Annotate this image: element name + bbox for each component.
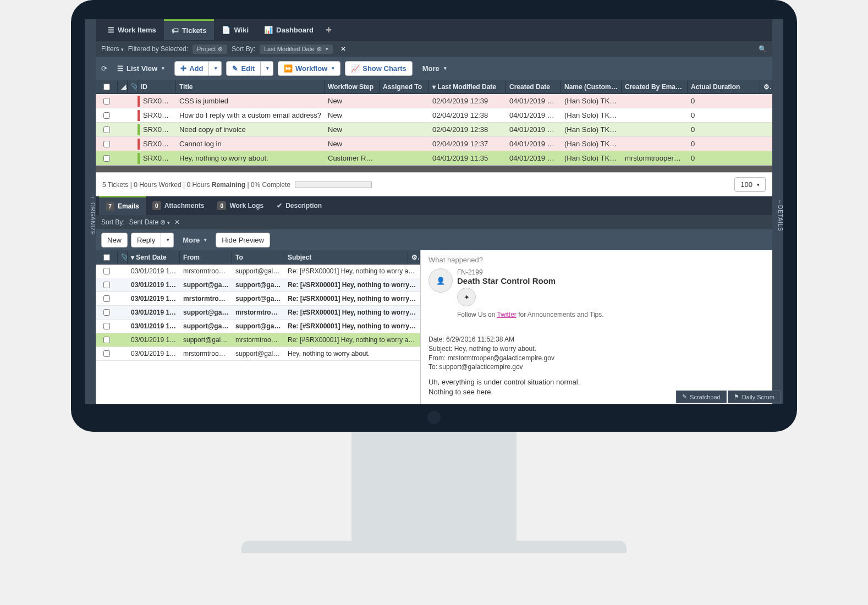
tab-attachments[interactable]: 0 Attachments xyxy=(146,197,211,215)
refresh-button[interactable]: ⟳ xyxy=(101,64,107,73)
add-button[interactable]: ✚ Add xyxy=(174,61,209,76)
email-row[interactable]: 03/01/2019 1…mrstormtroop…support@gala…H… xyxy=(96,347,420,361)
add-dropdown[interactable] xyxy=(209,61,222,76)
col-assigned[interactable]: Assigned To xyxy=(380,81,429,93)
clear-email-filters[interactable]: ✕ xyxy=(174,218,180,226)
cell-modified: 02/04/2019 12:38 xyxy=(429,109,506,121)
gear-icon[interactable]: ⚙ xyxy=(408,251,420,263)
tab-work-logs[interactable]: 0 Work Logs xyxy=(211,197,270,215)
col-id[interactable]: ID xyxy=(138,81,176,93)
cell-created: 04/01/2019 11:35 xyxy=(506,109,561,121)
show-charts-button[interactable]: 📈 Show Charts xyxy=(345,61,412,76)
daily-scrum-button[interactable]: ⚑ Daily Scrum xyxy=(728,391,781,403)
email-row[interactable]: 03/01/2019 1…support@gal…mrstormtroo…Re:… xyxy=(96,306,420,320)
file-icon: 📄 xyxy=(222,26,230,34)
search-icon[interactable]: 🔍 xyxy=(759,45,767,53)
cell-from: support@gal… xyxy=(180,321,232,332)
ticket-row[interactable]: SRX00008How do I reply with a custom ema… xyxy=(96,108,772,123)
attachment-header-icon[interactable]: 📎 xyxy=(128,81,138,93)
new-email-button[interactable]: New xyxy=(101,233,128,248)
email-row-checkbox[interactable] xyxy=(103,350,110,357)
row-checkbox[interactable] xyxy=(103,127,110,133)
col-sent-date[interactable]: ▾ Sent Date xyxy=(128,251,180,263)
select-all-checkbox[interactable] xyxy=(103,84,110,90)
col-duration[interactable]: Actual Duration xyxy=(688,81,760,93)
sort-indicator-icon[interactable]: ◢ xyxy=(118,81,128,93)
organize-sidebar-tab[interactable]: → ORGANIZE xyxy=(85,19,96,404)
emails-select-all[interactable] xyxy=(103,254,110,261)
attachment-header-icon[interactable]: 📎 xyxy=(118,251,128,263)
email-row[interactable]: 03/01/2019 1…support@gal…support@gal…Re:… xyxy=(96,320,420,333)
page-size-dropdown[interactable]: 100 xyxy=(734,177,766,192)
scratchpad-button[interactable]: ✎ Scratchpad xyxy=(676,391,727,403)
tab-work-items[interactable]: ☰ Work Items xyxy=(100,20,164,40)
cell-workflow: New xyxy=(325,95,380,107)
remove-chip-icon[interactable]: ⊗ xyxy=(218,46,223,53)
tab-dashboard[interactable]: 📊 Dashboard xyxy=(256,20,321,40)
more-dropdown[interactable]: More xyxy=(417,62,452,75)
email-row[interactable]: 03/01/2019 1…mrstormtroo…support@gal…Re:… xyxy=(96,292,420,306)
ticket-row[interactable]: SRX00006Hey, nothing to worry about.Cust… xyxy=(96,151,772,166)
filtered-by-label: Filtered by Selected: xyxy=(128,45,188,53)
col-subject[interactable]: Subject xyxy=(284,251,408,263)
row-checkbox[interactable] xyxy=(103,98,110,105)
email-row-checkbox[interactable] xyxy=(103,309,110,316)
horizontal-scrollbar[interactable] xyxy=(96,166,772,172)
col-to[interactable]: To xyxy=(232,251,284,263)
cell-to: support@gal… xyxy=(232,321,284,332)
email-row-checkbox[interactable] xyxy=(103,268,110,274)
emails-sort-chip[interactable]: Sent Date ⊗ xyxy=(129,218,171,226)
status-text: 5 Tickets | 0 Hours Worked | 0 Hours Rem… xyxy=(102,181,290,189)
ticket-row[interactable]: SRX00007CSS is jumbledNew02/04/2019 12:3… xyxy=(96,94,772,108)
expand-right-icon: → xyxy=(90,194,96,200)
filters-dropdown[interactable]: Filters xyxy=(101,45,124,53)
cell-subject: Re: [#SRX00001] Hey, nothing to worry ab… xyxy=(284,307,420,318)
edit-dropdown[interactable] xyxy=(261,61,273,76)
reply-button[interactable]: Reply xyxy=(131,233,161,248)
details-sidebar-tab[interactable]: ← DETAILS xyxy=(772,19,783,404)
emails-more-dropdown[interactable]: More xyxy=(177,233,212,247)
email-row-checkbox[interactable] xyxy=(103,337,110,343)
cell-email xyxy=(622,142,688,146)
email-row[interactable]: 03/01/2019 1…mrstormtroop…support@gala…R… xyxy=(96,265,420,278)
gear-icon[interactable]: ⚙ xyxy=(760,81,772,93)
sort-chip[interactable]: Last Modified Date ⊗ xyxy=(260,45,333,54)
list-view-dropdown[interactable]: ☰ List View xyxy=(112,62,170,75)
preview-prompt: What happened? xyxy=(428,256,765,264)
add-tab-button[interactable]: ✚ xyxy=(326,26,332,34)
cell-to: support@gal… xyxy=(232,293,284,304)
email-row-checkbox[interactable] xyxy=(103,295,110,302)
remove-sort-icon[interactable]: ⊗ xyxy=(317,46,322,53)
col-from[interactable]: From xyxy=(180,251,232,263)
tab-wiki[interactable]: 📄 Wiki xyxy=(214,20,256,40)
edit-button[interactable]: ✎ Edit xyxy=(226,61,261,76)
tab-description[interactable]: ✔ Description xyxy=(270,197,328,214)
reply-dropdown[interactable] xyxy=(161,233,174,248)
twitter-link[interactable]: Twitter xyxy=(497,311,516,318)
tab-tickets[interactable]: 🏷 Tickets xyxy=(164,19,215,40)
hide-preview-button[interactable]: Hide Preview xyxy=(216,233,270,248)
col-customer[interactable]: Name (Customer Co xyxy=(561,81,622,93)
email-row[interactable]: 03/01/2019 1…support@gala…mrstormtroop…R… xyxy=(96,333,420,347)
email-row-checkbox[interactable] xyxy=(103,323,110,329)
row-checkbox[interactable] xyxy=(103,112,110,119)
ticket-row[interactable]: SRX00010Need copy of invoiceNew02/04/201… xyxy=(96,123,772,137)
remove-sort-icon[interactable]: ⊗ xyxy=(160,218,166,226)
col-workflow[interactable]: Workflow Step xyxy=(325,81,380,93)
row-checkbox[interactable] xyxy=(103,155,110,162)
col-title[interactable]: Title xyxy=(176,81,325,93)
row-checkbox[interactable] xyxy=(103,141,110,147)
email-row[interactable]: 03/01/2019 1…support@gal…support@gal…Re:… xyxy=(96,278,420,292)
workflow-dropdown[interactable]: ⏩ Workflow xyxy=(278,61,340,76)
col-modified[interactable]: ▾ Last Modified Date xyxy=(429,81,506,93)
ticket-row[interactable]: SRX00009Cannot log inNew02/04/2019 12:37… xyxy=(96,137,772,151)
col-email[interactable]: Created By Email Ad xyxy=(622,81,688,93)
cell-title: Hey, nothing to worry about. xyxy=(176,152,325,164)
email-row-checkbox[interactable] xyxy=(103,282,110,288)
tab-emails[interactable]: 7 Emails xyxy=(99,196,146,215)
cell-date: 03/01/2019 1… xyxy=(128,266,180,277)
filter-chip-project[interactable]: Project ⊗ xyxy=(193,45,227,54)
clear-filters-button[interactable]: ✕ xyxy=(340,45,346,53)
filter-bar: Filters Filtered by Selected: Project ⊗ … xyxy=(96,41,772,57)
col-created[interactable]: Created Date xyxy=(506,81,561,93)
